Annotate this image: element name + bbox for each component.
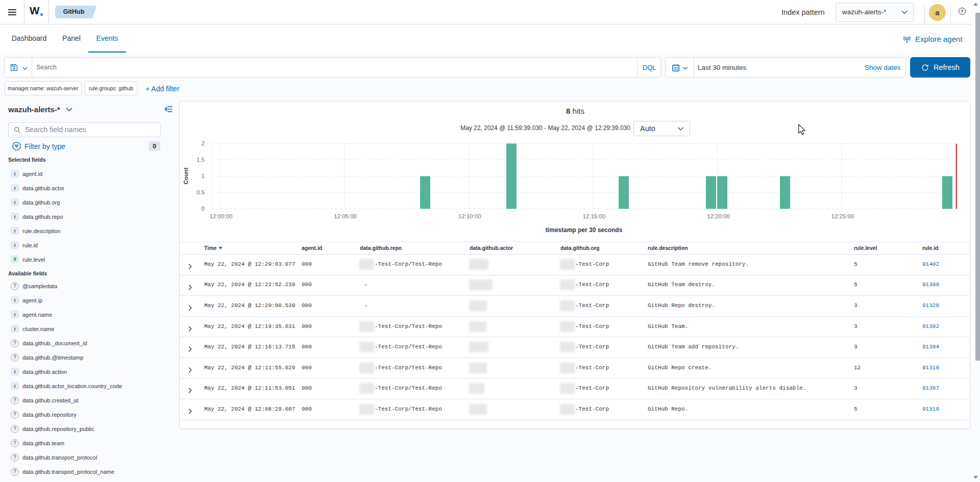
svg-text:Count: Count: [183, 167, 189, 184]
svg-text:12:05:00: 12:05:00: [334, 213, 357, 219]
svg-text:0.5: 0.5: [197, 189, 205, 195]
svg-text:12:15:00: 12:15:00: [582, 213, 605, 219]
svg-text:1: 1: [202, 173, 205, 179]
svg-text:12:00:00: 12:00:00: [210, 213, 233, 219]
svg-text:2: 2: [202, 140, 205, 146]
svg-text:12:20:00: 12:20:00: [707, 213, 730, 219]
svg-text:timestamp per 30 seconds: timestamp per 30 seconds: [546, 226, 623, 234]
svg-text:12:10:00: 12:10:00: [458, 213, 481, 219]
svg-text:12:25:00: 12:25:00: [831, 213, 854, 219]
svg-text:0: 0: [202, 206, 205, 212]
svg-text:1.5: 1.5: [197, 157, 205, 163]
